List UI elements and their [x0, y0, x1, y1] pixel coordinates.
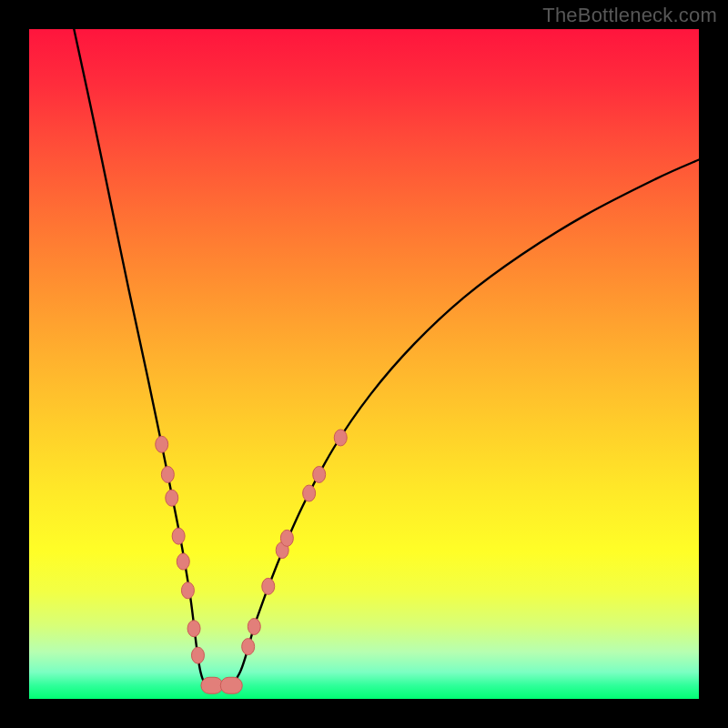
- bottleneck-curve: [74, 29, 699, 687]
- curve-marker: [201, 677, 223, 693]
- curve-marker: [187, 621, 200, 637]
- curve-marker: [262, 578, 275, 594]
- curve-marker: [248, 619, 260, 635]
- curve-markers: [156, 430, 348, 693]
- curve-marker: [242, 639, 255, 655]
- curve-marker: [161, 466, 174, 482]
- curve-marker: [280, 530, 293, 546]
- curve-marker: [181, 582, 194, 599]
- curve-marker: [166, 490, 178, 506]
- curve-marker: [156, 436, 168, 452]
- curve-marker: [313, 466, 326, 482]
- attribution-watermark: TheBottleneck.com: [542, 4, 717, 27]
- curve-marker: [191, 647, 204, 663]
- bottleneck-curve-svg: [29, 29, 699, 699]
- curve-marker: [334, 430, 347, 446]
- curve-marker: [303, 485, 316, 501]
- plot-area: [29, 29, 699, 699]
- curve-marker: [220, 677, 242, 693]
- curve-marker: [172, 528, 185, 544]
- curve-marker: [177, 553, 189, 570]
